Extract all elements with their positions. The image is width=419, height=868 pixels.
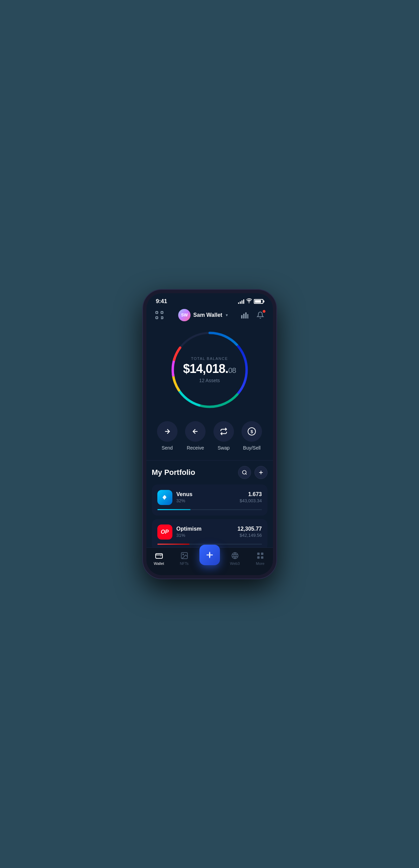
nfts-nav-label: NFTs: [180, 561, 189, 566]
nav-nfts[interactable]: NFTs: [174, 551, 195, 566]
svg-point-23: [243, 470, 246, 474]
venus-progress-bar: [157, 509, 262, 510]
optimism-icon: OP: [157, 524, 172, 540]
svg-rect-36: [261, 553, 263, 555]
status-icons: [238, 298, 263, 304]
wallet-nav-label: Wallet: [154, 561, 164, 566]
nav-wallet[interactable]: Wallet: [149, 551, 169, 566]
divider: [146, 460, 273, 461]
web3-nav-label: Web3: [230, 561, 240, 566]
svg-rect-2: [156, 316, 158, 319]
nav-web3[interactable]: Web3: [225, 551, 245, 566]
wallet-selector[interactable]: SW Sam Wallet ▾: [178, 309, 228, 321]
balance-ring: TOTAL BALANCE $14,018.08 12 Assets: [169, 329, 251, 411]
venus-percent: 32%: [176, 498, 193, 503]
add-button[interactable]: [254, 466, 267, 479]
svg-point-33: [209, 556, 210, 557]
bell-icon[interactable]: [255, 310, 266, 321]
battery-icon: [254, 299, 263, 304]
notification-badge: [262, 310, 266, 313]
swap-button[interactable]: Swap: [213, 421, 234, 451]
svg-rect-7: [241, 315, 243, 319]
optimism-name: Optimism: [176, 526, 202, 532]
nav-more[interactable]: More: [250, 551, 271, 566]
swap-label: Swap: [218, 445, 230, 451]
phone-frame: 9:41: [143, 290, 276, 579]
header: SW Sam Wallet ▾: [146, 305, 273, 325]
web3-nav-icon: [231, 551, 239, 560]
wallet-nav-icon: [155, 551, 163, 560]
chart-icon[interactable]: [239, 310, 250, 321]
balance-section: TOTAL BALANCE $14,018.08 12 Assets: [146, 325, 273, 418]
status-time: 9:41: [156, 298, 167, 305]
more-nav-icon: [256, 551, 265, 560]
receive-button[interactable]: Receive: [185, 421, 206, 451]
balance-label: TOTAL BALANCE: [183, 357, 236, 361]
svg-text:$: $: [251, 429, 253, 434]
svg-point-29: [183, 554, 184, 555]
svg-rect-0: [156, 311, 158, 313]
venus-amount: 1.673: [239, 491, 262, 497]
svg-rect-38: [261, 556, 263, 559]
optimism-amount: 12,305.77: [237, 526, 262, 532]
svg-rect-1: [161, 311, 163, 313]
venus-name: Venus: [176, 491, 193, 497]
wallet-name: Sam Wallet: [193, 312, 222, 318]
notch: [187, 293, 232, 305]
portfolio-header: My Portfolio: [152, 466, 267, 479]
bottom-nav: Wallet NFTs: [146, 547, 273, 575]
send-label: Send: [161, 445, 173, 451]
svg-line-24: [246, 474, 247, 475]
chevron-down-icon: ▾: [226, 313, 228, 318]
nfts-nav-icon: [180, 551, 189, 560]
ring-center: TOTAL BALANCE $14,018.08 12 Assets: [183, 357, 236, 383]
balance-assets: 12 Assets: [183, 378, 236, 383]
asset-card-venus[interactable]: Venus 32% 1.673 $43,003.34: [152, 484, 267, 516]
buysell-label: Buy/Sell: [243, 445, 261, 451]
portfolio-title: My Portfolio: [152, 468, 195, 477]
center-action-button[interactable]: [199, 545, 220, 565]
wifi-icon: [246, 298, 252, 304]
send-button[interactable]: Send: [157, 421, 178, 451]
avatar: SW: [178, 309, 191, 321]
battery-fill: [255, 300, 261, 303]
receive-label: Receive: [187, 445, 204, 451]
more-nav-label: More: [256, 561, 264, 566]
venus-icon: [157, 490, 172, 505]
balance-amount: $14,018.08: [183, 363, 236, 375]
action-buttons: Send Receive: [146, 418, 273, 457]
svg-rect-10: [247, 314, 248, 319]
optimism-value: $42,149.56: [237, 533, 262, 538]
svg-rect-37: [257, 556, 260, 559]
header-right: [239, 310, 266, 321]
scanner-icon[interactable]: [153, 309, 166, 321]
svg-rect-27: [156, 554, 162, 558]
phone-screen: 9:41: [146, 293, 273, 575]
optimism-percent: 31%: [176, 533, 202, 538]
venus-value: $43,003.34: [239, 498, 262, 503]
signal-icon: [238, 299, 244, 304]
svg-point-32: [209, 553, 210, 554]
buysell-button[interactable]: $ Buy/Sell: [241, 421, 262, 451]
svg-rect-9: [245, 312, 247, 319]
search-button[interactable]: [238, 466, 251, 479]
svg-rect-35: [257, 553, 260, 555]
svg-rect-8: [243, 314, 245, 319]
portfolio-actions: [238, 466, 267, 479]
